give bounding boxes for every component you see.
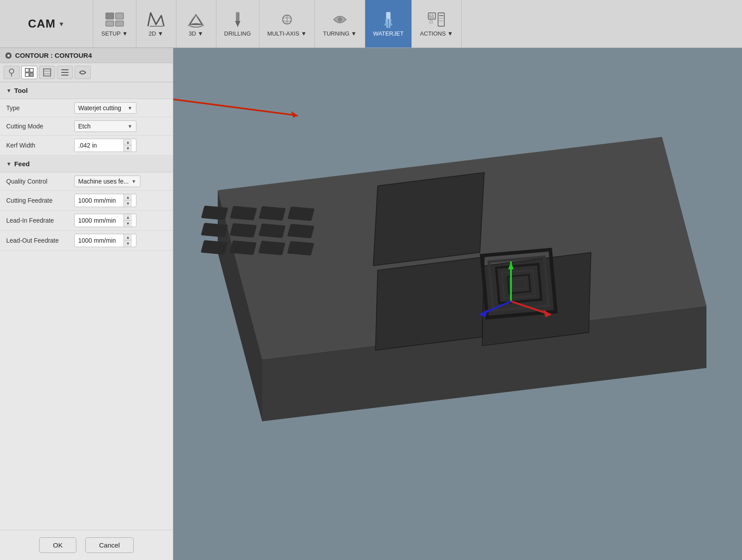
- svg-rect-0: [106, 13, 114, 19]
- tab-tool-icon[interactable]: [4, 66, 20, 79]
- kerf-width-control: ▲ ▼: [74, 139, 167, 152]
- cam-label: CAM: [28, 17, 56, 31]
- panel-header: ■ CONTOUR : CONTOUR4: [0, 48, 173, 63]
- toolbar-setup[interactable]: SETUP ▼: [93, 0, 136, 48]
- panel-title: CONTOUR : CONTOUR4: [15, 52, 92, 59]
- svg-point-16: [384, 23, 387, 26]
- svg-rect-32: [44, 69, 51, 76]
- drilling-label: DRILLING: [224, 30, 251, 37]
- panel-close-button[interactable]: ■: [5, 52, 12, 59]
- actions-icon: G1 G2 G3: [427, 11, 446, 28]
- cutting-feedrate-input[interactable]: [75, 195, 124, 206]
- svg-rect-52: [201, 240, 228, 255]
- leadout-feedrate-input[interactable]: [75, 235, 124, 246]
- kerf-width-field-row: Kerf Width ▲ ▼: [0, 136, 173, 156]
- svg-rect-47: [287, 206, 315, 221]
- cutting-mode-label: Cutting Mode: [6, 123, 71, 130]
- feed-section-title: Feed: [14, 160, 30, 168]
- cutting-mode-chevron: ▼: [128, 124, 132, 129]
- svg-rect-48: [201, 223, 228, 237]
- cam-chevron: ▼: [58, 20, 65, 28]
- toolbar-waterjet[interactable]: WATERJET: [365, 0, 412, 48]
- leadin-feedrate-input-wrapper: ▲ ▼: [74, 214, 136, 227]
- tab-geometry[interactable]: [21, 66, 37, 79]
- toolbar-2d[interactable]: 2D ▼: [136, 0, 176, 48]
- quality-control-field-row: Quality Control Machine uses fe... ▼: [0, 172, 173, 191]
- cutting-feedrate-field-row: Cutting Feedrate ▲ ▼: [0, 191, 173, 211]
- kerf-width-down[interactable]: ▼: [124, 145, 132, 152]
- svg-rect-13: [386, 12, 391, 19]
- tab-heights[interactable]: [39, 66, 55, 79]
- svg-rect-44: [201, 205, 228, 220]
- svg-rect-51: [287, 224, 315, 238]
- cutting-feedrate-label: Cutting Feedrate: [6, 197, 71, 204]
- 3d-scene: [173, 48, 742, 560]
- tool-section-header[interactable]: ▼ Tool: [0, 82, 173, 99]
- tab-links[interactable]: [75, 66, 91, 79]
- waterjet-label: WATERJET: [373, 30, 404, 37]
- svg-rect-50: [259, 224, 286, 238]
- leadout-feedrate-down[interactable]: ▼: [124, 240, 132, 247]
- svg-rect-53: [230, 240, 257, 255]
- toolbar-turning[interactable]: TURNING ▼: [315, 0, 365, 48]
- toolbar-actions[interactable]: G1 G2 G3 ACTIONS ▼: [412, 0, 461, 48]
- leadin-feedrate-input[interactable]: [75, 215, 124, 226]
- type-field-row: Type Waterjet cutting ▼: [0, 99, 173, 117]
- quality-control-select[interactable]: Machine uses fe... ▼: [74, 176, 140, 187]
- main-area: ■ CONTOUR : CONTOUR4 ▼: [0, 48, 742, 560]
- toolbar-multiaxis[interactable]: MULTI-AXIS ▼: [259, 0, 315, 48]
- svg-rect-6: [236, 12, 239, 21]
- cutting-mode-select[interactable]: Etch ▼: [74, 120, 136, 132]
- panel-content: ▼ Tool Type Waterjet cutting ▼ Cutting M…: [0, 82, 173, 530]
- leadin-feedrate-up[interactable]: ▲: [124, 214, 132, 220]
- svg-marker-56: [373, 172, 484, 266]
- feed-section-header[interactable]: ▼ Feed: [0, 156, 173, 172]
- toolbar-drilling[interactable]: DRILLING: [216, 0, 259, 48]
- tab-passes[interactable]: [57, 66, 73, 79]
- quality-control-value: Machine uses fe...: [78, 178, 129, 185]
- actions-label: ACTIONS ▼: [420, 30, 453, 37]
- leadout-feedrate-up[interactable]: ▲: [124, 234, 132, 240]
- tool-section-arrow: ▼: [6, 88, 12, 94]
- svg-rect-49: [230, 223, 257, 238]
- cutting-feedrate-spinner: ▲ ▼: [124, 194, 132, 207]
- drilling-icon: [228, 11, 247, 28]
- cancel-button[interactable]: Cancel: [85, 537, 134, 553]
- cutting-feedrate-input-wrapper: ▲ ▼: [74, 194, 136, 207]
- 3d-label: 3D ▼: [189, 30, 203, 37]
- cutting-feedrate-up[interactable]: ▲: [124, 194, 132, 200]
- leadin-feedrate-control: ▲ ▼: [74, 214, 167, 227]
- svg-marker-57: [375, 257, 484, 350]
- svg-rect-28: [25, 68, 29, 72]
- leadin-feedrate-label: Lead-In Feedrate: [6, 217, 71, 224]
- 2d-label: 2D ▼: [149, 30, 164, 37]
- kerf-width-input[interactable]: [75, 140, 124, 151]
- svg-text:G3: G3: [429, 21, 433, 24]
- cam-menu[interactable]: CAM ▼: [0, 0, 93, 48]
- tool-section-title: Tool: [14, 87, 28, 94]
- kerf-width-input-wrapper: ▲ ▼: [74, 139, 136, 152]
- svg-rect-1: [116, 13, 124, 19]
- type-value: Waterjet cutting: [78, 104, 121, 112]
- cutting-feedrate-down[interactable]: ▼: [124, 200, 132, 207]
- svg-rect-29: [30, 68, 33, 72]
- leadout-feedrate-field-row: Lead-Out Feedrate ▲ ▼: [0, 231, 173, 251]
- 3d-icon: [186, 11, 206, 28]
- leadout-feedrate-input-wrapper: ▲ ▼: [74, 234, 136, 247]
- ok-button[interactable]: OK: [39, 537, 76, 553]
- turning-icon: [330, 11, 350, 28]
- quality-control-control: Machine uses fe... ▼: [74, 176, 167, 187]
- panel-footer: OK Cancel: [0, 530, 173, 560]
- leadin-feedrate-down[interactable]: ▼: [124, 220, 132, 227]
- multiaxis-label: MULTI-AXIS ▼: [267, 30, 307, 37]
- toolbar-3d[interactable]: 3D ▼: [176, 0, 216, 48]
- svg-rect-55: [287, 241, 314, 256]
- type-select[interactable]: Waterjet cutting ▼: [74, 102, 136, 114]
- leadout-feedrate-spinner: ▲ ▼: [124, 234, 132, 247]
- svg-rect-54: [258, 241, 285, 256]
- setup-label: SETUP ▼: [101, 30, 128, 37]
- kerf-width-up[interactable]: ▲: [124, 139, 132, 145]
- quality-control-label: Quality Control: [6, 178, 71, 185]
- svg-point-17: [390, 23, 392, 26]
- setup-icon: [105, 11, 124, 28]
